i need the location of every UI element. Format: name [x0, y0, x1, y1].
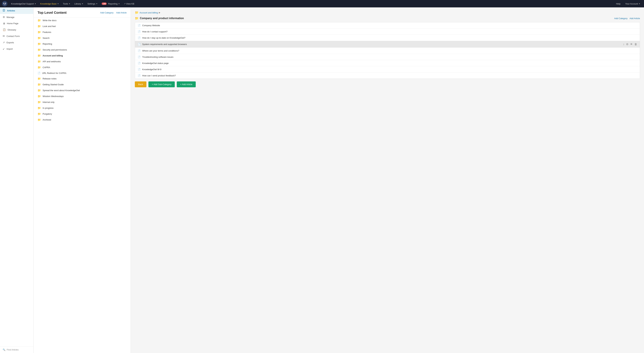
- library-chevron-icon: ▼: [82, 3, 83, 5]
- sidebar-item-contactform[interactable]: ✉ Contact Form: [0, 33, 33, 39]
- article-doc-icon: 📄: [138, 49, 140, 52]
- exports-icon: ↗: [3, 41, 5, 44]
- category-add-category-link[interactable]: Add Category: [614, 17, 628, 20]
- sidebar-item-homepage[interactable]: 🖥 Home Page: [0, 20, 33, 27]
- brand-chevron-icon: ▼: [34, 3, 36, 5]
- folder-icon: 📁: [38, 66, 41, 69]
- article-row[interactable]: 📄System requirements and supported brows…: [135, 41, 640, 48]
- delete-icon[interactable]: 🗑: [634, 43, 637, 46]
- tree-item-internal-only[interactable]: 📁Internal only: [34, 99, 131, 105]
- folder-icon: 📁: [38, 60, 41, 63]
- article-row[interactable]: 📄How can I send product feedback?: [135, 73, 640, 79]
- article-row[interactable]: 📄How do I stay up-to-date on KnowledgeOw…: [135, 35, 640, 41]
- article-doc-icon: 📄: [138, 74, 140, 77]
- sidebar-item-import[interactable]: ↙ Import: [0, 46, 33, 52]
- article-doc-icon: 📄: [138, 43, 140, 46]
- article-label: How do I stay up-to-date on KnowledgeOwl…: [142, 37, 185, 39]
- article-label: System requirements and supported browse…: [142, 43, 187, 46]
- article-doc-icon: 📄: [138, 30, 140, 33]
- folder-icon: 📁: [38, 118, 41, 121]
- reporting-badge: 138: [102, 3, 107, 5]
- doc-icon: 📄: [38, 72, 40, 74]
- sort-icon[interactable]: ↕: [623, 43, 624, 46]
- article-row[interactable]: 📄Company Website: [135, 22, 640, 29]
- tree-item-getting-started[interactable]: 📁Getting Started Guide: [34, 82, 131, 88]
- nav-reporting[interactable]: 138 Reporting ▼: [100, 2, 122, 6]
- kb-chevron-icon: ▼: [57, 3, 59, 5]
- nav-knowledgebase[interactable]: Knowledge Base ▼: [38, 2, 60, 6]
- nav-tools[interactable]: Tools ▼: [61, 2, 72, 6]
- tree-item-account-billing[interactable]: 📁Account and billing: [34, 53, 131, 59]
- nav-account[interactable]: Your Account ▼: [624, 2, 642, 6]
- content-area: Top Level Content Add Category Add Artic…: [34, 8, 644, 353]
- tree-item-in-progress[interactable]: 📁In progress: [34, 105, 131, 111]
- manage-icon: ⚙: [3, 16, 5, 19]
- tree-item-label: Archived: [42, 119, 51, 121]
- back-button[interactable]: Back: [135, 81, 146, 87]
- find-articles-search[interactable]: 🔍 Find Articles: [0, 346, 33, 353]
- breadcrumb-parent[interactable]: Account and billing: [140, 12, 158, 14]
- add-article-button[interactable]: + Add Article: [177, 81, 196, 87]
- tree-item-security[interactable]: 📁Security and permissions: [34, 47, 131, 53]
- article-label: How do I contact support?: [142, 30, 168, 33]
- nav-right-section: Help Your Account ▼: [614, 2, 642, 6]
- article-row[interactable]: 📄Troubleshooting software issues: [135, 54, 640, 60]
- tree-item-label: Getting Started Guide: [42, 83, 64, 86]
- tree-item-label: In progress: [42, 107, 54, 109]
- category-add-article-link[interactable]: Add Article: [630, 17, 640, 20]
- tree-item-reporting[interactable]: 📁Reporting: [34, 41, 131, 47]
- article-row-actions: ↕⚙👁🗑: [623, 43, 637, 46]
- tree-item-capra[interactable]: 📁CAPRA: [34, 65, 131, 70]
- tree-item-purgatory[interactable]: 📁Purgatory: [34, 111, 131, 117]
- articles-icon: [3, 9, 5, 12]
- nav-brand[interactable]: KnowledgeOwl Support ▼: [10, 2, 38, 6]
- left-panel: Top Level Content Add Category Add Artic…: [34, 8, 131, 353]
- breadcrumb-folder-icon: 📁: [135, 11, 138, 15]
- article-row[interactable]: 📄Where are your terms and conditions?: [135, 48, 640, 54]
- tree-item-release-notes[interactable]: 📁Release notes: [34, 76, 131, 82]
- settings-icon[interactable]: ⚙: [626, 43, 628, 46]
- tree-item-search[interactable]: 📁Search: [34, 35, 131, 41]
- tree-item-api-webhooks[interactable]: 📁API and webhooks: [34, 59, 131, 65]
- svg-point-3: [4, 3, 4, 4]
- svg-point-0: [2, 1, 7, 6]
- add-category-link[interactable]: Add Category: [100, 12, 114, 14]
- view-icon[interactable]: 👁: [630, 43, 633, 46]
- article-row[interactable]: 📄KnowledgeOwl status page: [135, 60, 640, 66]
- tree-item-label: Purgatory: [42, 113, 52, 115]
- homepage-icon: 🖥: [3, 22, 5, 25]
- folder-icon: 📁: [38, 101, 41, 104]
- tree-item-label: URL Redirect for CAPRA: [42, 72, 66, 74]
- article-row[interactable]: 📄KnowledgeOwl W-9: [135, 66, 640, 73]
- tree-item-label: Look and feel: [42, 25, 56, 28]
- top-navigation: KnowledgeOwl Support ▼ Knowledge Base ▼ …: [0, 0, 644, 8]
- tree-item-archived[interactable]: 📁Archived: [34, 117, 131, 123]
- category-folder-icon: 📁: [135, 17, 138, 20]
- nav-help[interactable]: Help: [614, 2, 622, 6]
- add-article-link[interactable]: Add Article: [116, 12, 126, 14]
- add-sub-category-button[interactable]: + Add Sub-Category: [148, 81, 175, 87]
- sidebar-item-glossary[interactable]: 📋 Glossary: [0, 27, 33, 33]
- category-title-text: Company and product information: [140, 17, 184, 20]
- tree-item-spread-word[interactable]: 📁Spread the word about KnowledgeOwl: [34, 88, 131, 93]
- tree-item-features[interactable]: 📁Features: [34, 29, 131, 35]
- sidebar-item-articles[interactable]: Articles: [0, 8, 33, 14]
- article-row[interactable]: 📄How do I contact support?: [135, 29, 640, 35]
- tree-item-label: Features: [42, 31, 51, 34]
- settings-chevron-icon: ▼: [96, 3, 98, 5]
- nav-viewkb[interactable]: ↗ View KB: [122, 2, 136, 6]
- tree-item-write-docs[interactable]: 📁Write the docs: [34, 18, 131, 23]
- logo[interactable]: [2, 1, 8, 6]
- tree-item-url-redirect[interactable]: 📄URL Redirect for CAPRA: [34, 70, 131, 76]
- article-label: Where are your terms and conditions?: [142, 50, 179, 52]
- tree-item-wisdom-wednesdays[interactable]: 📁Wisdom Wednesdays: [34, 93, 131, 99]
- sidebar-item-manage[interactable]: ⚙ Manage: [0, 14, 33, 20]
- reporting-chevron-icon: ▼: [118, 3, 120, 5]
- tree-item-look-and-feel[interactable]: 📁Look and feel: [34, 23, 131, 29]
- nav-library[interactable]: Library ▼: [73, 2, 85, 6]
- panel-header-actions: Add Category Add Article: [100, 12, 126, 14]
- right-panel: 📁 Account and billing ▶ 📁 Company and pr…: [131, 8, 644, 353]
- sidebar-item-exports[interactable]: ↗ Exports: [0, 39, 33, 46]
- category-header: 📁 Company and product information Add Ca…: [135, 17, 640, 20]
- nav-settings[interactable]: Settings ▼: [86, 2, 99, 6]
